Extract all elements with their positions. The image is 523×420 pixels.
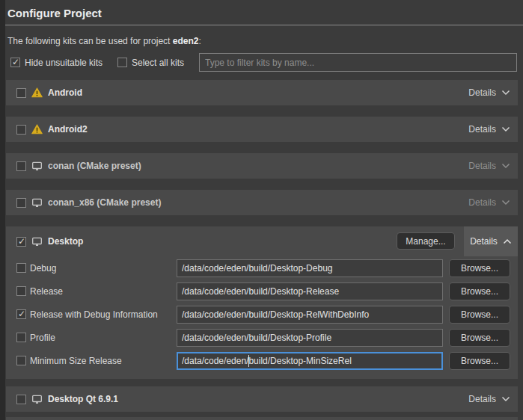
build-dir-input[interactable]	[177, 352, 443, 370]
desktop-icon	[31, 236, 43, 247]
details-toggle: Details	[468, 161, 510, 171]
details-toggle[interactable]: Details	[464, 226, 518, 256]
build-dir-input[interactable]	[177, 306, 443, 324]
kit-checkbox[interactable]	[16, 237, 26, 247]
details-label: Details	[468, 161, 496, 171]
chevron-down-icon	[501, 396, 510, 402]
chevron-up-icon	[503, 238, 512, 244]
kit-name: conan_x86 (CMake preset)	[48, 197, 161, 208]
title-separator	[5, 25, 523, 25]
kit-name: Android	[48, 87, 82, 98]
kit-checkbox[interactable]	[16, 88, 26, 98]
desktop-icon	[31, 197, 43, 209]
details-label: Details	[468, 394, 496, 404]
config-checkbox[interactable]	[16, 309, 26, 319]
details-toggle[interactable]: Details	[468, 124, 510, 135]
config-label: Release with Debug Information	[30, 309, 171, 320]
kit-checkbox[interactable]	[16, 395, 26, 404]
build-dir-input[interactable]	[177, 329, 443, 347]
kit-filter-input[interactable]	[199, 53, 517, 72]
config-label: Release	[30, 286, 171, 297]
project-name: eden2	[173, 36, 199, 46]
kit-checkbox[interactable]	[16, 125, 26, 135]
kit-row-desktop-qt: Desktop Qt 6.9.1 Details	[6, 386, 518, 412]
hide-unsuitable-checkbox[interactable]	[10, 58, 20, 67]
kits-intro: The following kits can be used for proje…	[7, 36, 201, 46]
manage-button[interactable]: Manage...	[397, 232, 455, 250]
details-toggle[interactable]: Details	[468, 394, 510, 404]
details-toggle: Details	[468, 197, 510, 208]
browse-button[interactable]: Browse...	[449, 329, 510, 347]
kit-row-android: Android Details	[6, 80, 518, 105]
text-caret	[248, 355, 249, 367]
config-row-profile: Profile Browse...	[6, 326, 518, 349]
kit-name: conan (CMake preset)	[48, 161, 141, 171]
details-toggle[interactable]: Details	[468, 87, 510, 98]
kit-row-conan: conan (CMake preset) Details	[6, 153, 518, 179]
warning-icon	[31, 124, 43, 135]
chevron-down-icon	[501, 200, 510, 206]
desktop-icon	[31, 394, 43, 405]
config-row-release: Release Browse...	[6, 280, 518, 303]
kit-name: Desktop	[48, 236, 83, 247]
browse-button[interactable]: Browse...	[449, 306, 510, 324]
details-label: Details	[468, 124, 496, 135]
page-title: Configure Project	[7, 7, 102, 19]
chevron-down-icon	[501, 126, 510, 132]
kit-row-desktop: Desktop Manage... Details Debug Browse..…	[6, 226, 518, 379]
warning-icon	[31, 87, 43, 98]
chevron-down-icon	[501, 90, 510, 96]
browse-button[interactable]: Browse...	[449, 282, 510, 300]
hide-unsuitable-label: Hide unsuitable kits	[25, 58, 103, 68]
details-label: Details	[468, 197, 496, 208]
kit-name: Desktop Qt 6.9.1	[48, 394, 118, 404]
kit-row-android2: Android2 Details	[6, 117, 518, 142]
config-row-relwithdebinfo: Release with Debug Information Browse...	[6, 303, 518, 326]
kits-intro-prefix: The following kits can be used for proje…	[7, 36, 173, 46]
details-label: Details	[470, 236, 498, 247]
browse-button[interactable]: Browse...	[449, 259, 510, 277]
desktop-icon	[31, 161, 43, 172]
select-all-label: Select all kits	[132, 58, 184, 68]
config-checkbox[interactable]	[16, 333, 26, 342]
partial-next-row	[6, 417, 518, 420]
config-label: Profile	[30, 333, 171, 343]
config-label: Debug	[30, 263, 171, 274]
build-dir-input[interactable]	[177, 259, 443, 277]
config-checkbox[interactable]	[16, 356, 26, 365]
kit-name: Android2	[48, 124, 88, 135]
config-row-minsizerel: Minimum Size Release Browse...	[6, 349, 518, 372]
kit-checkbox[interactable]	[16, 161, 26, 171]
window-left-edge	[0, 0, 5, 420]
config-checkbox[interactable]	[16, 286, 26, 296]
build-dir-input[interactable]	[177, 282, 443, 300]
desktop-kit-header: Desktop Manage... Details	[6, 226, 518, 256]
kits-intro-suffix: :	[198, 36, 201, 46]
chevron-down-icon	[501, 163, 510, 169]
select-all-checkbox[interactable]	[117, 58, 127, 67]
config-label: Minimum Size Release	[30, 356, 171, 366]
kit-checkbox[interactable]	[16, 198, 26, 208]
kit-row-conan-x86: conan_x86 (CMake preset) Details	[6, 190, 518, 215]
config-row-debug: Debug Browse...	[6, 256, 518, 280]
config-checkbox[interactable]	[16, 263, 26, 273]
browse-button[interactable]: Browse...	[449, 352, 510, 370]
details-label: Details	[468, 87, 496, 98]
